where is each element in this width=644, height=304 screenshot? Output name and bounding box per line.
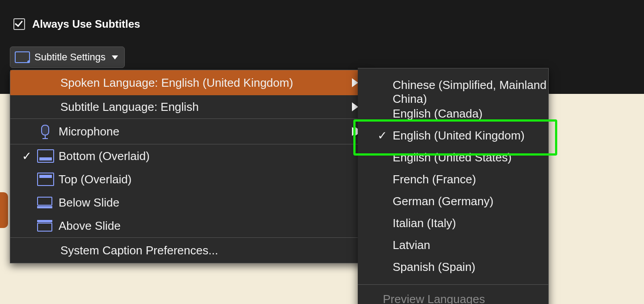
- submenu-item-language[interactable]: German (Germany): [358, 190, 548, 212]
- microphone-icon: [41, 125, 50, 138]
- subtitle-settings-label: Subtitle Settings: [34, 51, 106, 63]
- subtitle-settings-icon: [15, 51, 30, 63]
- always-use-subtitles-label: Always Use Subtitles: [32, 18, 140, 30]
- submenu-item-language[interactable]: English (Canada): [358, 103, 548, 125]
- menu-item-system-caption-prefs[interactable]: System Caption Preferences...: [10, 238, 368, 263]
- submenu-item-label: Italian (Italy): [393, 216, 456, 230]
- submenu-item-label: French (France): [393, 173, 476, 186]
- submenu-item-language[interactable]: English (United States): [358, 147, 548, 169]
- submenu-item-label: German (Germany): [393, 194, 493, 208]
- submenu-item-language[interactable]: French (France): [358, 169, 548, 190]
- app-root: Always Use Subtitles Subtitle Settings S…: [0, 0, 644, 304]
- submenu-item-language[interactable]: Spanish (Spain): [358, 256, 548, 278]
- submenu-item-label: Spanish (Spain): [393, 260, 475, 274]
- menu-item-label: System Caption Preferences...: [60, 244, 218, 258]
- submenu-item-language[interactable]: ✓English (United Kingdom): [358, 125, 548, 147]
- menu-item-label: Spoken Language: English (United Kingdom…: [60, 76, 293, 90]
- menu-item-label: Below Slide: [59, 196, 119, 210]
- menu-item-position-option[interactable]: Above Slide: [10, 214, 368, 237]
- submenu-item-label: Latvian: [393, 238, 430, 252]
- position-options-group: ✓Bottom (Overlaid)Top (Overlaid)Below Sl…: [10, 144, 368, 237]
- menu-item-position-option[interactable]: Top (Overlaid): [10, 168, 368, 191]
- menu-item-label: Top (Overlaid): [59, 173, 131, 186]
- subtitle-settings-button[interactable]: Subtitle Settings: [10, 46, 125, 68]
- submenu-item-language[interactable]: Chinese (Simplified, Mainland China): [358, 81, 548, 103]
- spoken-language-submenu: Chinese (Simplified, Mainland China)Engl…: [358, 68, 549, 304]
- position-icon: [37, 220, 52, 232]
- submenu-item-label: English (United Kingdom): [393, 129, 525, 143]
- menu-item-microphone[interactable]: Microphone: [10, 119, 368, 144]
- submenu-item-label: English (Canada): [393, 107, 483, 121]
- position-icon: [37, 197, 52, 208]
- menu-item-spoken-language[interactable]: Spoken Language: English (United Kingdom…: [10, 70, 368, 95]
- submenu-item-label: Chinese (Simplified, Mainland China): [393, 78, 548, 106]
- check-icon: ✓: [377, 129, 387, 143]
- check-icon: ✓: [22, 149, 32, 163]
- submenu-item-language[interactable]: Italian (Italy): [358, 212, 548, 234]
- menu-item-label: Microphone: [59, 125, 119, 139]
- menu-item-label: Subtitle Language: English: [60, 100, 199, 114]
- position-icon: [37, 149, 54, 163]
- subtitle-settings-menu: Spoken Language: English (United Kingdom…: [10, 70, 369, 263]
- always-use-subtitles-row[interactable]: Always Use Subtitles: [13, 18, 140, 30]
- position-icon: [37, 173, 54, 186]
- menu-item-label: Bottom (Overlaid): [59, 149, 150, 163]
- menu-item-subtitle-language[interactable]: Subtitle Language: English: [10, 95, 368, 118]
- menu-item-position-option[interactable]: ✓Bottom (Overlaid): [10, 144, 368, 168]
- submenu-separator: [358, 284, 548, 285]
- menu-item-position-option[interactable]: Below Slide: [10, 191, 368, 214]
- submenu-item-language[interactable]: Latvian: [358, 234, 548, 256]
- chevron-down-icon: [112, 55, 118, 59]
- menu-item-label: Above Slide: [59, 219, 121, 233]
- submenu-item-label: English (United States): [393, 151, 512, 165]
- always-use-subtitles-checkbox[interactable]: [13, 18, 25, 30]
- submenu-section-heading: Preview Languages: [358, 289, 548, 304]
